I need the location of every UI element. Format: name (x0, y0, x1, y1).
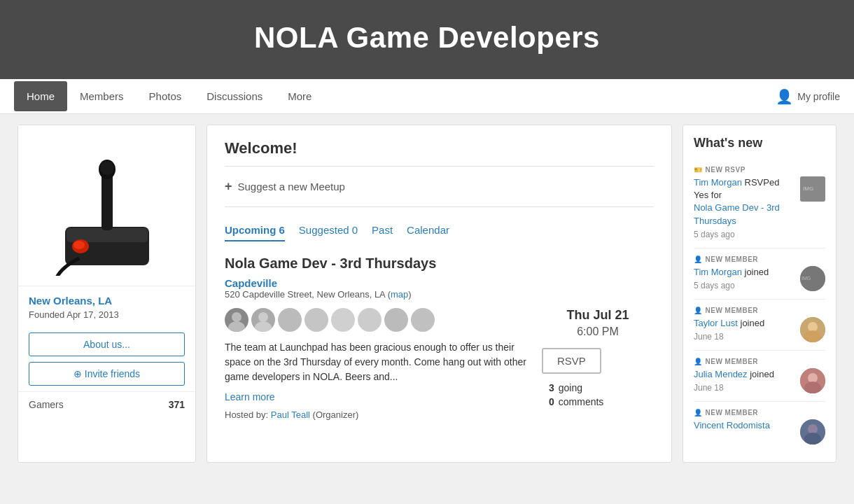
activity-text-m4: Vincent Rodomista (694, 419, 794, 432)
event-title: Nola Game Dev - 3rd Thursdays (225, 255, 654, 272)
sidebar-stat-label: Gamers (29, 399, 64, 410)
attendee-avatar-1 (225, 308, 248, 332)
event-left: The team at Launchpad has been gracious … (225, 308, 528, 420)
attendee-avatar-6 (358, 308, 382, 332)
activity-content-m1: Tim Morgan joined 5 days ago IMG (694, 266, 825, 292)
svg-text:IMG: IMG (803, 186, 813, 192)
whats-new-title: What's new (694, 136, 825, 150)
site-title: NOLA Game Developers (14, 21, 840, 55)
member-icon-1: 👤 (694, 255, 703, 263)
event-venue-name[interactable]: Capdeville (225, 277, 654, 289)
event-address: 520 Capdeville Street, New Orleans, LA (… (225, 289, 654, 300)
activity-label-member-1: 👤 NEW MEMBER (694, 255, 825, 263)
activity-thumb-m2 (800, 317, 825, 342)
activity-content-m3: Julia Mendez joined June 18 (694, 368, 825, 394)
activity-time-m3: June 18 (694, 382, 794, 394)
activity-time-1: 5 days ago (694, 229, 794, 241)
welcome-title: Welcome! (225, 139, 654, 158)
svg-point-19 (808, 373, 818, 383)
sidebar-gamers-stat: Gamers 371 (18, 391, 195, 410)
attendee-avatars (225, 308, 528, 332)
attendee-avatar-7 (384, 308, 408, 332)
event-tabs: Upcoming 6 Suggested 0 Past Calendar (225, 220, 654, 241)
suggest-meetup-label: Suggest a new Meetup (238, 181, 345, 192)
activity-label-member-2: 👤 NEW MEMBER (694, 307, 825, 314)
activity-thumb-m1: IMG (800, 266, 825, 291)
sidebar-stat-value: 371 (169, 399, 185, 410)
svg-rect-2 (102, 171, 113, 230)
suggest-plus-icon: + (225, 179, 232, 194)
comments-label: comments (559, 396, 604, 407)
activity-label-member-4: 👤 NEW MEMBER (694, 409, 825, 416)
attendee-avatar-4 (304, 308, 328, 332)
member-icon-4: 👤 (694, 409, 703, 416)
event-card: Nola Game Dev - 3rd Thursdays Capdeville… (225, 255, 654, 420)
activity-person-link-m1[interactable]: Tim Morgan (694, 267, 742, 277)
svg-point-8 (228, 321, 245, 332)
event-right: Thu Jul 21 6:00 PM RSVP 3 going 0 commen… (542, 308, 654, 420)
main-nav: Home Members Photos Discussions More 👤 M… (0, 79, 854, 114)
group-location[interactable]: New Orleans, LA (18, 286, 195, 308)
organizer-link[interactable]: Paul Teall (271, 410, 310, 420)
activity-person-link-m3[interactable]: Julia Mendez (694, 369, 748, 379)
going-stat: 3 going (549, 382, 654, 393)
tab-past[interactable]: Past (372, 220, 393, 241)
svg-point-7 (232, 312, 241, 322)
tab-calendar[interactable]: Calendar (407, 220, 449, 241)
svg-point-22 (808, 424, 818, 434)
activity-time-m2: June 18 (694, 331, 794, 343)
activity-text-1: Tim Morgan RSVPed Yes for Nola Game Dev … (694, 176, 794, 241)
activity-content-m2: Taylor Lust joined June 18 (694, 317, 825, 343)
nav-home[interactable]: Home (14, 81, 67, 111)
suggest-meetup-button[interactable]: + Suggest a new Meetup (225, 174, 654, 200)
learn-more-link[interactable]: Learn more (225, 391, 275, 402)
group-image (18, 125, 195, 286)
about-us-button[interactable]: About us... (29, 332, 185, 356)
rsvp-ticket-icon: 🎫 (694, 166, 703, 174)
activity-person-link-1[interactable]: Tim Morgan (694, 177, 742, 188)
activity-label-member-3: 👤 NEW MEMBER (694, 358, 825, 365)
main-content: Welcome! + Suggest a new Meetup Upcoming… (206, 125, 672, 463)
going-count: 3 (549, 382, 554, 393)
tab-suggested[interactable]: Suggested 0 (299, 220, 358, 241)
activity-time-m1: 5 days ago (694, 280, 794, 292)
svg-point-16 (808, 322, 818, 332)
attendee-avatar-5 (331, 308, 355, 332)
nav-profile[interactable]: 👤 My profile (776, 88, 840, 105)
activity-target-link-1[interactable]: Nola Game Dev - 3rd Thursdays (694, 202, 780, 225)
activity-content-m4: Vincent Rodomista (694, 419, 825, 444)
activity-label-rsvp: 🎫 NEW RSVP (694, 166, 825, 174)
divider-2 (225, 206, 654, 207)
tab-upcoming[interactable]: Upcoming 6 (225, 220, 285, 241)
member-icon-3: 👤 (694, 358, 703, 365)
activity-person-link-m2[interactable]: Taylor Lust (694, 318, 738, 328)
svg-point-9 (258, 312, 268, 322)
right-sidebar: What's new 🎫 NEW RSVP Tim Morgan RSVPed … (682, 125, 836, 463)
svg-point-10 (255, 321, 272, 332)
main-layout: New Orleans, LA Founded Apr 17, 2013 Abo… (7, 114, 847, 473)
nav-members[interactable]: Members (67, 81, 136, 111)
rsvp-button[interactable]: RSVP (542, 348, 601, 374)
event-description: The team at Launchpad has been gracious … (225, 340, 528, 384)
invite-friends-button[interactable]: ⊕ Invite friends (29, 362, 185, 386)
event-stats: 3 going 0 comments (549, 382, 654, 407)
nav-more[interactable]: More (275, 81, 324, 111)
activity-text-m1: Tim Morgan joined 5 days ago (694, 266, 794, 292)
event-map-link[interactable]: map (391, 289, 408, 300)
activity-member-2: 👤 NEW MEMBER Taylor Lust joined June 18 (694, 300, 825, 351)
event-time: 6:00 PM (542, 326, 654, 338)
plus-icon: ⊕ (74, 368, 85, 379)
svg-text:IMG: IMG (802, 276, 811, 281)
activity-member-3: 👤 NEW MEMBER Julia Mendez joined June 18 (694, 351, 825, 402)
nav-photos[interactable]: Photos (136, 81, 195, 111)
activity-member-1: 👤 NEW MEMBER Tim Morgan joined 5 days ag… (694, 248, 825, 300)
event-date: Thu Jul 21 (542, 308, 654, 323)
going-label: going (559, 382, 582, 393)
profile-icon: 👤 (776, 88, 793, 105)
joystick-image (51, 136, 163, 276)
attendee-avatar-2 (251, 308, 275, 332)
activity-text-m3: Julia Mendez joined June 18 (694, 368, 794, 394)
nav-discussions[interactable]: Discussions (194, 81, 275, 111)
activity-person-link-m4[interactable]: Vincent Rodomista (694, 420, 770, 430)
site-header: NOLA Game Developers (0, 0, 854, 79)
